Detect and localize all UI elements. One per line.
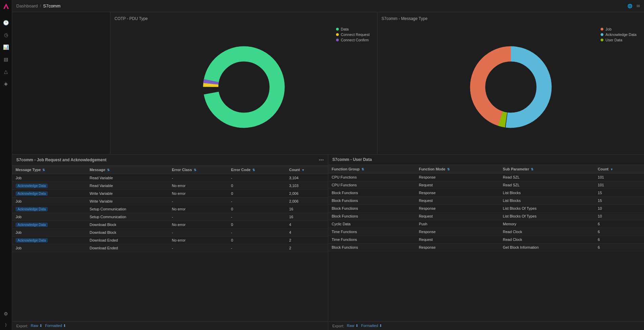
job-export-formatted[interactable]: Formatted ⬇ xyxy=(45,324,66,328)
cell-error-class: No error xyxy=(168,236,228,244)
cell-function-mode: Request xyxy=(415,212,499,220)
job-export-label: Export: xyxy=(16,324,28,328)
cell-error-class: - xyxy=(168,229,228,236)
cell-count: 15 xyxy=(595,189,644,197)
table-row: CPU Functions Request Read SZL 101 xyxy=(328,181,644,189)
cell-message: Download Ended xyxy=(86,244,168,252)
user-table-title: S7comm - User Data xyxy=(332,157,372,162)
cell-sub-parameter: Get Block Information xyxy=(499,244,594,251)
s7msg-legend-user: User Data xyxy=(601,38,637,42)
sidebar-icon-clock2[interactable]: ◷ xyxy=(2,31,10,39)
s7msg-legend-ack-dot xyxy=(601,33,603,36)
main-content: Dashboard / S7comm 🌐 ✉ COTP - PDU Type xyxy=(12,0,644,330)
mail-icon[interactable]: ✉ xyxy=(637,4,640,8)
col-user-count: Count ▼ xyxy=(595,165,644,173)
cell-function-mode: Response xyxy=(415,205,499,212)
cell-function-group: Block Functions xyxy=(328,212,415,220)
globe-icon[interactable]: 🌐 xyxy=(627,4,632,8)
ack-badge: Acknowledge Data xyxy=(16,238,48,243)
cell-error-class: - xyxy=(168,213,228,221)
s7msg-legend-job-label: Job xyxy=(605,27,611,31)
col-function-group-sort[interactable]: ⇅ xyxy=(361,168,364,171)
user-table-header-row: Function Group ⇅ Function Mode ⇅ Sub Par… xyxy=(328,165,644,173)
table-row: Acknowledge Data Download Block No error… xyxy=(12,221,328,229)
cell-sub-parameter: List Blocks xyxy=(499,197,594,205)
cell-message: Write Variable xyxy=(86,198,168,205)
cell-message-type: Acknowledge Data xyxy=(12,182,86,190)
cell-message: Read Variable xyxy=(86,174,168,182)
breadcrumb: Dashboard / S7comm xyxy=(16,3,61,8)
sidebar-icon-alert[interactable]: △ xyxy=(2,67,10,76)
s7msg-legend-job: Job xyxy=(601,27,637,31)
table-row: Job Read Variable - - 3,104 xyxy=(12,174,328,182)
cell-count: 15 xyxy=(595,197,644,205)
col-count: Count ▼ xyxy=(286,166,328,174)
col-function-mode-sort[interactable]: ⇅ xyxy=(447,168,450,171)
cell-message-type: Acknowledge Data xyxy=(12,221,86,229)
cell-function-group: Cyclic Data xyxy=(328,220,415,228)
cell-message: Write Variable xyxy=(86,190,168,198)
cell-sub-parameter: List Blocks Of Types xyxy=(499,205,594,212)
job-table-header: S7comm - Job Request and Acknowledgement… xyxy=(12,154,328,166)
table-row: Block Functions Response List Blocks 15 xyxy=(328,189,644,197)
col-count-sort[interactable]: ▼ xyxy=(302,168,305,172)
cell-function-group: Block Functions xyxy=(328,244,415,251)
col-sub-parameter-sort[interactable]: ⇅ xyxy=(531,168,534,171)
cell-count: 10 xyxy=(595,205,644,212)
sidebar-icon-clock[interactable]: 🕐 xyxy=(2,19,10,27)
cotp-legend-data-dot xyxy=(336,28,339,30)
sidebar-icon-chart[interactable]: 📊 xyxy=(2,43,10,51)
topbar-icons: 🌐 ✉ xyxy=(627,4,640,8)
job-table-body: Job Read Variable - - 3,104 Acknowledge … xyxy=(12,174,328,252)
user-export-raw[interactable]: Raw ⬇ xyxy=(347,324,358,328)
cotp-legend-data: Data xyxy=(336,27,370,31)
cotp-legend-data-label: Data xyxy=(341,27,349,31)
cell-sub-parameter: Read Clock xyxy=(499,228,594,236)
cell-count: 2,006 xyxy=(286,190,328,198)
cell-message-type: Acknowledge Data xyxy=(12,205,86,213)
job-export-raw[interactable]: Raw ⬇ xyxy=(31,324,42,328)
cell-count: 2,006 xyxy=(286,198,328,205)
cell-count: 3,103 xyxy=(286,182,328,190)
breadcrumb-separator: / xyxy=(40,3,41,8)
cell-error-code: 0 xyxy=(228,182,286,190)
cell-function-group: CPU Functions xyxy=(328,173,415,181)
user-table-content: Function Group ⇅ Function Mode ⇅ Sub Par… xyxy=(328,165,644,321)
sidebar-icon-settings[interactable]: ⚙ xyxy=(2,310,10,318)
user-export-label: Export: xyxy=(332,324,344,328)
s7msg-legend-job-dot xyxy=(601,28,603,30)
cotp-legend-confirm-label: Connect Confirm xyxy=(341,38,369,42)
cell-message-type: Job xyxy=(12,244,86,252)
charts-row: COTP - PDU Type xyxy=(12,12,644,154)
cotp-donut-svg xyxy=(196,40,291,135)
cell-error-code: 0 xyxy=(228,190,286,198)
cell-count: 10 xyxy=(595,212,644,220)
cell-error-class: No error xyxy=(168,182,228,190)
user-export-formatted[interactable]: Formatted ⬇ xyxy=(361,324,382,328)
cotp-chart-title: COTP - PDU Type xyxy=(115,16,373,21)
col-message-sort[interactable]: ⇅ xyxy=(107,168,110,172)
cell-error-class: - xyxy=(168,244,228,252)
s7msg-legend-user-dot xyxy=(601,39,603,41)
col-error-code: Error Code ⇅ xyxy=(228,166,286,174)
job-table-menu-button[interactable]: ••• xyxy=(319,157,324,163)
col-error-class-sort[interactable]: ⇅ xyxy=(194,168,196,172)
table-row: Job Download Ended - - 2 xyxy=(12,244,328,252)
col-message-type-sort[interactable]: ⇅ xyxy=(42,168,45,172)
cell-function-group: Time Functions xyxy=(328,236,415,244)
sidebar-icon-list[interactable]: ▤ xyxy=(2,55,10,63)
sidebar-collapse-button[interactable]: ⟩ xyxy=(5,323,7,327)
col-user-count-sort[interactable]: ▼ xyxy=(610,168,613,171)
cell-count: 6 xyxy=(595,236,644,244)
cell-count: 4 xyxy=(286,221,328,229)
cotp-chart-body: Data Connect Request Connect Confirm xyxy=(115,24,373,150)
cell-error-class: - xyxy=(168,198,228,205)
cotp-legend-confirm-dot xyxy=(336,39,339,41)
chart-spacer xyxy=(12,12,110,154)
cell-error-class: No error xyxy=(168,190,228,198)
breadcrumb-dashboard[interactable]: Dashboard xyxy=(16,3,38,8)
cell-error-class: No error xyxy=(168,205,228,213)
cell-message: Setup Communication xyxy=(86,213,168,221)
col-error-code-sort[interactable]: ⇅ xyxy=(252,168,255,172)
sidebar-icon-idea[interactable]: ◈ xyxy=(2,80,10,88)
